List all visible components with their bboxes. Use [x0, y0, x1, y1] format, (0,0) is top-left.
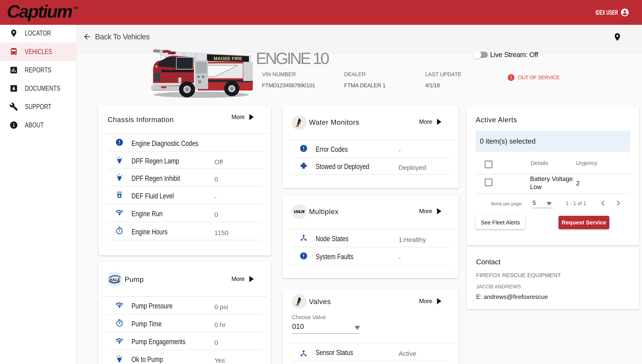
svg-text:VMUX: VMUX	[293, 209, 305, 214]
svg-text:HALE: HALE	[109, 278, 120, 282]
svg-text:MAGEE FIRE: MAGEE FIRE	[214, 56, 242, 61]
